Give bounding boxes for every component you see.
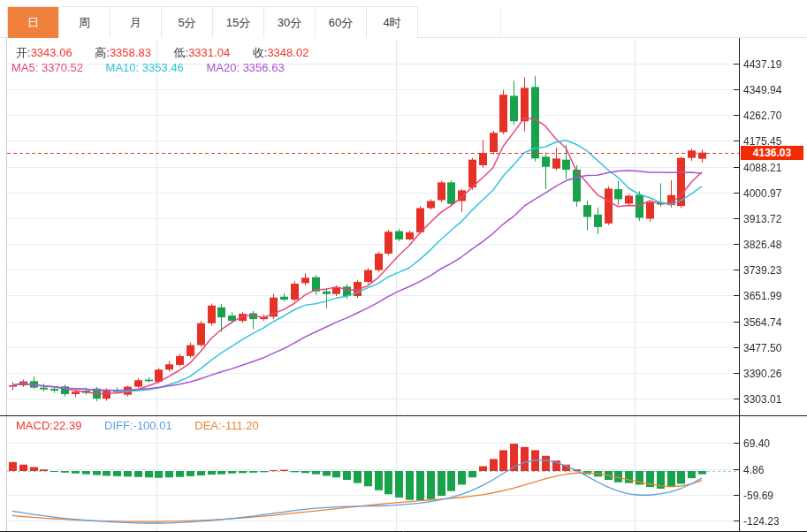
tab-5[interactable]: 30分 — [264, 7, 316, 38]
tab-1[interactable]: 周 — [59, 7, 110, 38]
y-axis-label-1: 4349.94 — [743, 84, 781, 97]
macd-axis-label-1: 4.86 — [743, 464, 764, 477]
tabbar-separator — [500, 6, 501, 37]
macd-axis-label-3: -124.23 — [743, 515, 780, 528]
y-axis-label-8: 3739.23 — [743, 264, 781, 277]
tab-6[interactable]: 60分 — [316, 7, 367, 38]
macd-axis-label-0: 69.40 — [743, 437, 770, 451]
high-label: 高: — [95, 46, 110, 59]
ma10-value: 3353.46 — [142, 61, 184, 74]
y-axis-label-11: 3477.50 — [743, 342, 781, 355]
tab-7[interactable]: 4时 — [367, 7, 418, 38]
ma20-label: MA20: — [206, 61, 240, 74]
timeframe-tabbar: 日周月5分15分30分60分4时 — [7, 6, 418, 38]
dea-label: DEA: — [194, 419, 221, 432]
y-axis-label-9: 3651.99 — [743, 290, 781, 303]
y-axis-label-12: 3390.26 — [743, 368, 781, 381]
tab-2[interactable]: 月 — [110, 7, 162, 38]
low-label: 低: — [174, 46, 189, 59]
ma10-label: MA10: — [106, 61, 140, 74]
y-axis-label-0: 4437.19 — [743, 58, 781, 72]
macd-value: 22.39 — [53, 419, 82, 432]
tab-0-active[interactable]: 日 — [8, 7, 59, 38]
current-price-tag: 4136.03 — [741, 146, 803, 160]
y-axis-label-13: 3303.01 — [743, 393, 781, 407]
y-axis-label-10: 3564.74 — [743, 316, 781, 330]
macd-label: MACD: — [16, 419, 53, 432]
close-label: 收: — [253, 46, 268, 59]
diff-label: DIFF: — [104, 419, 133, 432]
ma20-value: 3356.63 — [243, 61, 285, 74]
y-axis-label-7: 3826.48 — [743, 239, 781, 252]
open-label: 开: — [16, 46, 31, 59]
tab-4[interactable]: 15分 — [213, 7, 264, 38]
ma5-value: 3370.52 — [42, 61, 83, 74]
macd-info-row: MACD:22.39 DIFF:-100.01 DEA:-111.20 — [16, 419, 278, 432]
y-axis-label-5: 4000.97 — [743, 187, 781, 201]
diff-value: -100.01 — [133, 419, 172, 432]
low-value: 3331.04 — [188, 46, 230, 59]
open-value: 3343.06 — [31, 46, 72, 59]
y-axis-label-2: 4262.70 — [743, 110, 781, 123]
dea-value: -111.20 — [222, 419, 259, 432]
ohlc-info-row: 开:3343.06 高:3358.83 低:3331.04 收:3348.02 — [16, 45, 328, 61]
ma-info-row: MA5: 3370.52 MA10: 3353.46 MA20: 3356.63 — [11, 61, 304, 74]
macd-axis-label-2: -59.69 — [743, 490, 773, 503]
high-value: 3358.83 — [110, 46, 151, 59]
candlestick-chart-canvas[interactable] — [0, 0, 807, 532]
tab-3[interactable]: 5分 — [162, 7, 213, 38]
ma5-label: MA5: — [11, 61, 38, 74]
close-value: 3348.02 — [267, 46, 308, 59]
y-axis-label-4: 4088.21 — [743, 162, 781, 175]
kline-chart-app: 日周月5分15分30分60分4时 开:3343.06 高:3358.83 低:3… — [0, 0, 807, 532]
y-axis-label-6: 3913.72 — [743, 213, 781, 226]
